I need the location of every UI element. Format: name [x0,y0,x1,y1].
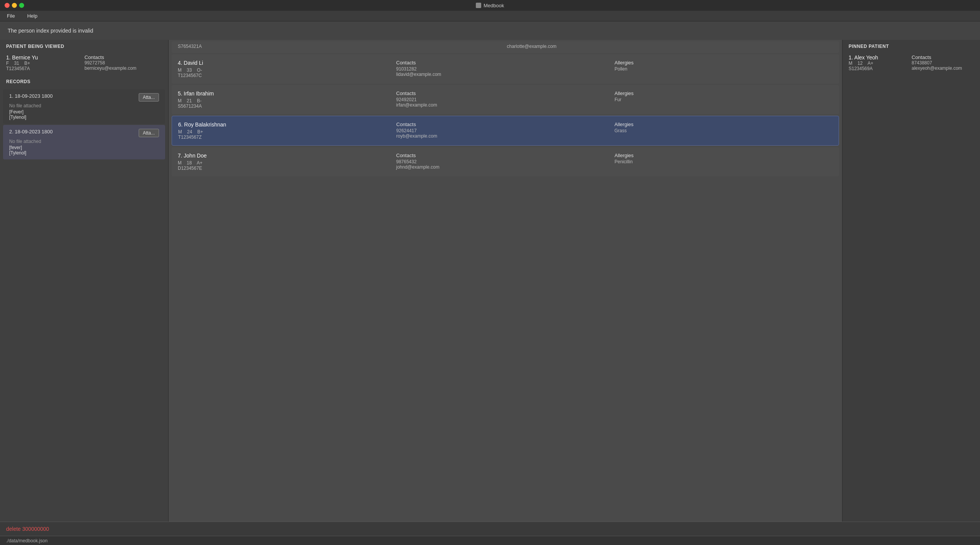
patient-id: T1234567Z [178,135,396,140]
patient-contacts: Contacts 99272758 berniceyu@example.com [85,54,162,71]
patient-list-item[interactable]: 5. Irfan Ibrahim M 21 B- S5671234A Conta… [172,85,839,114]
patient-list-name: 6. Roy Balakrishnan [178,121,396,128]
pinned-patient-name: 1. Alex Yeoh [849,54,911,61]
record-item: 2. 18-09-2023 1800 Atta... No file attac… [3,125,165,159]
error-banner: The person index provided is invalid [0,21,980,40]
patient-info-col: 4. David Li M 33 O- T1234567C [178,60,396,78]
pinned-patient-contacts: Contacts 87438807 alexyeoh@example.com [912,54,974,71]
pinned-patient-label: PINNED PATIENT [842,40,980,51]
patient-list: S7654321A charlotte@example.com 4. David… [169,40,842,522]
traffic-lights [5,3,24,8]
pinned-patient-demographics: M 12 A+ [849,61,911,66]
patient-info-col: 6. Roy Balakrishnan M 24 B+ T1234567Z [178,121,396,140]
record-tag: [Fever] [9,109,159,115]
patient-info: 1. Bernice Yu F 31 B+ T1234567A [6,54,84,71]
patient-id: D1234567E [178,166,396,171]
record-item: 1. 18-09-2023 1800 Atta... No file attac… [3,89,165,124]
patient-list-item[interactable]: 6. Roy Balakrishnan M 24 B+ T1234567Z Co… [172,116,839,146]
record-date: 1. 18-09-2023 1800 [9,93,53,99]
close-button[interactable] [5,3,10,8]
menubar: File Help [0,11,980,21]
record-tag: [Tylenol] [9,115,159,120]
patient-id: S5671234A [178,103,396,109]
menu-file[interactable]: File [5,12,17,20]
app-title: Medbook [476,3,504,8]
minimize-button[interactable] [12,3,17,8]
contact-info: Contacts 92624417 royb@example.com [396,121,614,140]
patient-list-name: 4. David Li [178,60,396,66]
patient-being-viewed-card: 1. Bernice Yu F 31 B+ T1234567A Contacts [0,51,168,75]
app-icon [476,3,481,8]
record-tag: [fever] [9,145,159,150]
patient-list-name: 7. John Doe [178,153,396,159]
menu-help[interactable]: Help [25,12,40,20]
patient-info-col: 5. Irfan Ibrahim M 21 B- S5671234A [178,90,396,109]
record-date: 2. 18-09-2023 1800 [9,129,53,135]
patient-id: T1234567C [178,73,396,78]
patient-name: 1. Bernice Yu [6,54,84,61]
maximize-button[interactable] [19,3,24,8]
records-list: 1. 18-09-2023 1800 Atta... No file attac… [0,87,168,522]
pinned-patient-id: S1234569A [849,66,911,71]
pinned-patient-details: 1. Alex Yeoh M 12 A+ S1234569A Contacts … [849,54,974,71]
contact-info: Contacts 92492021 irfan@example.com [396,90,615,109]
middle-panel: S7654321A charlotte@example.com 4. David… [169,40,842,522]
patient-demographics: M 33 O- [178,67,396,73]
allergy-info: Allergies Penicillin [615,153,833,171]
attach-button[interactable]: Atta... [139,93,159,102]
allergy-info: Allergies Pollen [615,60,833,78]
partial-email: charlotte@example.com [507,44,833,49]
contact-info: Contacts 98765432 johnd@example.com [396,153,615,171]
no-file-text: No file attached [9,139,159,144]
titlebar: Medbook [0,0,980,11]
allergy-info: Allergies Grass [615,121,833,140]
right-panel: PINNED PATIENT 1. Alex Yeoh M 12 A+ [842,40,980,522]
patient-demographics: M 18 A+ [178,160,396,166]
record-header: 2. 18-09-2023 1800 Atta... [9,129,159,137]
patient-demographics: M 21 B- [178,98,396,103]
left-panel: PATIENT BEING VIEWED 1. Bernice Yu F 31 … [0,40,169,522]
command-text: delete 300000000 [6,526,49,532]
records-section-label: RECORDS [0,75,168,87]
patient-being-viewed-label: PATIENT BEING VIEWED [0,40,168,51]
patient-id: T1234567A [6,66,84,71]
partial-id: S7654321A [178,44,504,49]
error-message: The person index provided is invalid [8,28,93,34]
partial-patient-item: S7654321A charlotte@example.com [172,41,839,53]
attach-button[interactable]: Atta... [139,129,159,137]
patient-list-name: 5. Irfan Ibrahim [178,90,396,97]
patient-info-col: 7. John Doe M 18 A+ D1234567E [178,153,396,171]
allergy-info: Allergies Fur [615,90,833,109]
patient-demographics: M 24 B+ [178,129,396,135]
patient-list-item[interactable]: 4. David Li M 33 O- T1234567C Contacts 9… [172,54,839,84]
pinned-patient-card: 1. Alex Yeoh M 12 A+ S1234569A Contacts … [842,51,980,75]
patient-list-item[interactable]: 7. John Doe M 18 A+ D1234567E Contacts 9… [172,147,839,176]
status-bar: ./data/medbook.json [0,536,980,545]
command-area: delete 300000000 [0,522,980,536]
contact-info: Contacts 91031282 lidavid@example.com [396,60,615,78]
record-tag: [Tylenol] [9,150,159,156]
bottom-section: delete 300000000 ./data/medbook.json [0,522,980,545]
record-header: 1. 18-09-2023 1800 Atta... [9,93,159,102]
pinned-patient-info: 1. Alex Yeoh M 12 A+ S1234569A [849,54,911,71]
main-content: PATIENT BEING VIEWED 1. Bernice Yu F 31 … [0,40,980,522]
no-file-text: No file attached [9,103,159,108]
status-text: ./data/medbook.json [6,538,48,543]
patient-demographics: F 31 B+ [6,61,84,66]
